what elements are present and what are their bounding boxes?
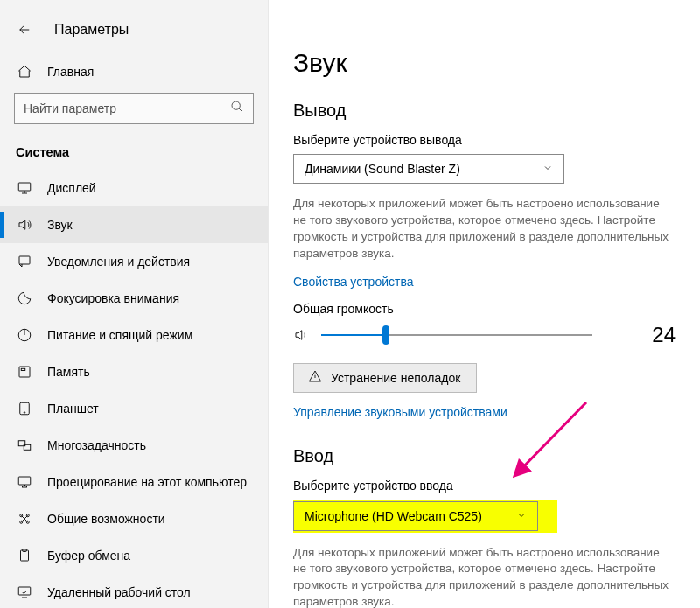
sidebar-item-label: Уведомления и действия bbox=[47, 255, 190, 269]
svg-rect-17 bbox=[18, 587, 31, 595]
sidebar-item-label: Общие возможности bbox=[47, 512, 165, 526]
sidebar-item-project[interactable]: Проецирование на этот компьютер bbox=[0, 464, 268, 500]
sidebar-item-multi[interactable]: Многозадачность bbox=[0, 427, 268, 464]
home-label: Главная bbox=[47, 65, 94, 79]
sidebar-item-shared[interactable]: Общие возможности bbox=[0, 500, 268, 537]
home-icon bbox=[16, 63, 33, 80]
output-device-label: Выберите устройство вывода bbox=[293, 133, 682, 147]
shared-icon bbox=[16, 510, 33, 528]
storage-icon bbox=[16, 363, 33, 381]
input-help-text: Для некоторых приложений может быть наст… bbox=[293, 545, 669, 608]
input-section-title: Ввод bbox=[293, 446, 682, 466]
remote-icon bbox=[16, 584, 33, 601]
clipboard-icon bbox=[16, 547, 33, 564]
manage-sound-devices-link[interactable]: Управление звуковыми устройствами bbox=[293, 405, 508, 419]
main-content: Звук Вывод Выберите устройство вывода Ди… bbox=[293, 48, 682, 608]
tablet-icon bbox=[16, 400, 33, 417]
svg-rect-4 bbox=[19, 367, 30, 377]
power-icon bbox=[16, 326, 33, 344]
svg-rect-1 bbox=[18, 183, 31, 191]
sidebar: Параметры Главная Система ДисплейЗвукУве… bbox=[0, 0, 269, 608]
sidebar-item-clipboard[interactable]: Буфер обмена bbox=[0, 537, 268, 574]
sidebar-item-label: Память bbox=[47, 365, 90, 379]
svg-point-7 bbox=[24, 412, 25, 414]
focus-icon bbox=[16, 290, 33, 307]
input-device-label: Выберите устройство ввода bbox=[293, 479, 682, 493]
master-volume-slider[interactable] bbox=[321, 325, 592, 345]
speaker-icon[interactable] bbox=[293, 327, 309, 343]
category-title: Система bbox=[0, 124, 268, 159]
search-input[interactable] bbox=[24, 101, 230, 115]
notify-icon bbox=[16, 253, 33, 270]
chevron-down-icon bbox=[542, 163, 553, 175]
sidebar-item-label: Дисплей bbox=[47, 181, 96, 195]
warning-icon bbox=[308, 369, 322, 386]
sidebar-item-label: Питание и спящий режим bbox=[47, 328, 192, 342]
sound-icon bbox=[16, 216, 33, 234]
search-icon bbox=[230, 100, 244, 117]
sidebar-item-label: Удаленный рабочий стол bbox=[47, 585, 191, 599]
troubleshoot-label: Устранение неполадок bbox=[331, 371, 460, 385]
sidebar-item-storage[interactable]: Память bbox=[0, 353, 268, 390]
input-device-dropdown[interactable]: Microphone (HD Webcam C525) bbox=[293, 501, 538, 531]
back-icon[interactable] bbox=[10, 16, 38, 44]
slider-fill bbox=[321, 334, 386, 336]
sidebar-item-focus[interactable]: Фокусировка внимания bbox=[0, 280, 268, 317]
sidebar-item-label: Многозадачность bbox=[47, 438, 146, 452]
master-volume-label: Общая громкость bbox=[293, 302, 682, 316]
sidebar-item-sound[interactable]: Звук bbox=[0, 206, 268, 243]
sidebar-item-label: Звук bbox=[47, 218, 73, 232]
troubleshoot-button[interactable]: Устранение неполадок bbox=[293, 363, 477, 393]
sidebar-item-label: Проецирование на этот компьютер bbox=[47, 475, 247, 489]
sidebar-item-label: Буфер обмена bbox=[47, 549, 130, 563]
output-help-text: Для некоторых приложений может быть наст… bbox=[293, 196, 669, 262]
search-box[interactable] bbox=[14, 93, 254, 124]
home-nav[interactable]: Главная bbox=[0, 44, 268, 80]
nav-list: ДисплейЗвукУведомления и действияФокусир… bbox=[0, 170, 268, 608]
page-title: Звук bbox=[293, 48, 682, 78]
sidebar-item-power[interactable]: Питание и спящий режим bbox=[0, 317, 268, 353]
chevron-down-icon bbox=[516, 510, 527, 522]
app-title: Параметры bbox=[54, 22, 129, 38]
output-section-title: Вывод bbox=[293, 101, 682, 121]
svg-rect-5 bbox=[21, 368, 25, 370]
sidebar-item-label: Фокусировка внимания bbox=[47, 291, 179, 305]
top-row: Параметры bbox=[0, 0, 268, 44]
output-device-value: Динамики (Sound Blaster Z) bbox=[304, 162, 460, 176]
input-device-value: Microphone (HD Webcam C525) bbox=[304, 509, 482, 523]
sidebar-item-notify[interactable]: Уведомления и действия bbox=[0, 243, 268, 280]
svg-point-0 bbox=[232, 101, 240, 109]
output-device-dropdown[interactable]: Динамики (Sound Blaster Z) bbox=[293, 154, 564, 184]
display-icon bbox=[16, 179, 33, 197]
output-device-properties-link[interactable]: Свойства устройства bbox=[293, 275, 414, 289]
svg-rect-10 bbox=[18, 477, 31, 485]
sidebar-item-tablet[interactable]: Планшет bbox=[0, 390, 268, 427]
sidebar-item-remote[interactable]: Удаленный рабочий стол bbox=[0, 574, 268, 608]
svg-rect-2 bbox=[19, 256, 30, 264]
multi-icon bbox=[16, 437, 33, 454]
sidebar-item-display[interactable]: Дисплей bbox=[0, 170, 268, 206]
sidebar-item-label: Планшет bbox=[47, 402, 99, 416]
svg-rect-6 bbox=[20, 402, 30, 415]
slider-thumb bbox=[382, 325, 389, 345]
master-volume-value: 24 bbox=[652, 323, 682, 347]
input-highlight: Microphone (HD Webcam C525) bbox=[293, 500, 557, 533]
project-icon bbox=[16, 473, 33, 491]
